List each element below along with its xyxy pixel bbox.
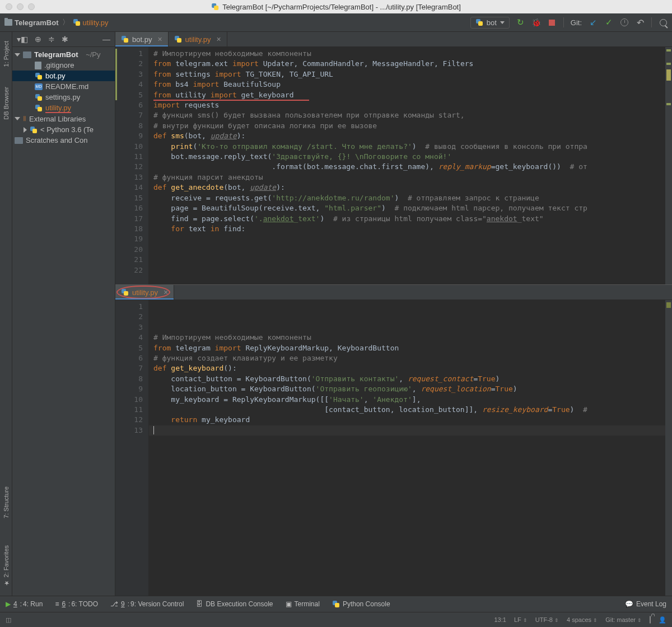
status-caret-pos[interactable]: 13:1 (494, 616, 506, 623)
tool-todo[interactable]: ≡ 6: 6: TODO (55, 600, 98, 608)
tab-bot[interactable]: bot.py× (115, 32, 169, 46)
tree-file-gitignore[interactable]: .gitignore (12, 60, 115, 71)
gutter-top: 12345678910111213141516171819202122 (115, 47, 149, 284)
settings-icon[interactable]: ✱ (62, 35, 68, 44)
traffic-lights[interactable] (6, 3, 35, 10)
status-line-sep[interactable]: LF ⇕ (514, 616, 528, 623)
tree-file-utility[interactable]: utility.py (12, 102, 115, 113)
gutter-bottom: 12345678910111213 (115, 300, 149, 596)
window-titlebar: TelegramBot [~/PycharmProjects/TelegramB… (0, 0, 672, 13)
tree-scratches[interactable]: Scratches and Con (12, 135, 115, 146)
search-icon[interactable] (659, 18, 668, 27)
git-label: Git: (571, 18, 582, 27)
python-icon (35, 93, 43, 101)
folder-icon (23, 52, 31, 58)
folder-icon (4, 19, 12, 26)
tool-run[interactable]: ▶4: 4: Run (6, 600, 43, 608)
python-icon (73, 18, 81, 26)
tree-external-libs[interactable]: ⫴External Libraries (12, 113, 115, 124)
markdown-icon: MD (35, 83, 43, 90)
sidebar-tab-db-browser[interactable]: DB Browser (2, 82, 11, 124)
status-windows-icon[interactable]: ◫ (6, 616, 11, 624)
update-project-icon[interactable]: ↙ (589, 18, 598, 27)
python-icon (475, 18, 483, 26)
bottom-tool-bar: ▶4: 4: Run ≡ 6: 6: TODO ⎇ 9: 9: Version … (0, 596, 672, 612)
revert-icon[interactable]: ↶ (636, 18, 645, 27)
tool-event-log[interactable]: 💬 Event Log (625, 600, 666, 608)
python-icon (35, 72, 43, 80)
tree-file-bot[interactable]: bot.py (12, 71, 115, 81)
commit-icon[interactable]: ✓ (604, 18, 613, 27)
tool-terminal[interactable]: ▣ Terminal (286, 600, 320, 608)
status-inspector-icon[interactable]: 👤 (659, 616, 666, 624)
tree-file-settings[interactable]: settings.py (12, 92, 115, 102)
project-tree[interactable]: TelegramBot ~/Py .gitignore bot.py MDREA… (12, 47, 115, 148)
debug-icon[interactable]: 🐞 (532, 18, 541, 27)
sidebar-tab-structure[interactable]: 7: Structure (2, 482, 11, 523)
tab-utility-bottom[interactable]: utility.py× (115, 285, 174, 300)
history-icon[interactable] (620, 18, 629, 27)
tool-python-console[interactable]: Python Console (332, 600, 390, 608)
tree-root[interactable]: TelegramBot ~/Py (12, 49, 115, 60)
collapse-icon[interactable]: ≑ (48, 35, 55, 44)
python-icon (30, 126, 38, 134)
editor-scrollbar[interactable] (665, 300, 672, 596)
editor-bottom[interactable]: 12345678910111213 # Импортируем необходи… (115, 300, 672, 596)
status-bar: ◫ 13:1 LF ⇕ UTF-8 ⇕ 4 spaces ⇕ Git: mast… (0, 612, 672, 627)
project-view-icon[interactable]: ▾◧ (17, 35, 28, 44)
editor-tabs-top: bot.py× utility.py× (115, 32, 672, 47)
project-tool-window: ▾◧ ⊕ ≑ ✱ — TelegramBot ~/Py .gitignore b… (12, 32, 115, 596)
sidebar-tab-favorites[interactable]: ★ 2: Favorites (1, 541, 11, 591)
tab-utility-top[interactable]: utility.py× (169, 32, 227, 46)
close-icon[interactable]: × (217, 35, 221, 44)
python-icon (174, 35, 182, 43)
run-icon[interactable]: ↻ (516, 18, 525, 27)
python-icon (35, 104, 43, 112)
close-icon[interactable]: × (157, 35, 162, 44)
close-icon[interactable]: × (164, 288, 168, 297)
chevron-down-icon (500, 21, 505, 24)
tree-file-readme[interactable]: MDREADME.md (12, 81, 115, 92)
tool-window-tabs-left: 1: Project DB Browser 7: Structure ★ 2: … (0, 32, 12, 596)
breadcrumb[interactable]: TelegramBot 〉 utility.py (4, 17, 109, 27)
editor-tabs-bottom: utility.py× (115, 285, 672, 300)
window-title: TelegramBot [~/PycharmProjects/TelegramB… (211, 3, 461, 11)
python-icon (332, 600, 340, 608)
status-indent[interactable]: 4 spaces ⇕ (567, 616, 598, 623)
stop-icon[interactable] (548, 18, 557, 27)
tool-db-console[interactable]: 🗄 DB Execution Console (196, 600, 273, 608)
sidebar-tab-project[interactable]: 1: Project (2, 36, 11, 71)
locate-icon[interactable]: ⊕ (35, 35, 41, 44)
python-icon (121, 288, 129, 296)
hide-icon[interactable]: — (102, 35, 110, 44)
status-lock-icon[interactable] (650, 616, 651, 623)
status-encoding[interactable]: UTF-8 ⇕ (535, 616, 559, 623)
tree-python-sdk[interactable]: < Python 3.6 (Te (12, 124, 115, 135)
editor-area: bot.py× utility.py× 12345678910111213141… (115, 32, 672, 596)
editor-top[interactable]: 12345678910111213141516171819202122 # Им… (115, 47, 672, 284)
navigation-bar: TelegramBot 〉 utility.py bot ↻ 🐞 Git: ↙ … (0, 13, 672, 32)
python-icon (121, 35, 129, 43)
project-toolbar: ▾◧ ⊕ ≑ ✱ — (12, 32, 115, 47)
tool-vcs[interactable]: ⎇ 9: 9: Version Control (110, 600, 184, 608)
chevron-right-icon: 〉 (62, 17, 69, 27)
python-icon (211, 3, 219, 11)
editor-scrollbar[interactable] (665, 47, 672, 284)
status-git-branch[interactable]: Git: master ⇕ (605, 616, 642, 623)
file-icon (35, 62, 41, 69)
folder-icon (15, 137, 23, 144)
run-config-selector[interactable]: bot (470, 17, 510, 29)
